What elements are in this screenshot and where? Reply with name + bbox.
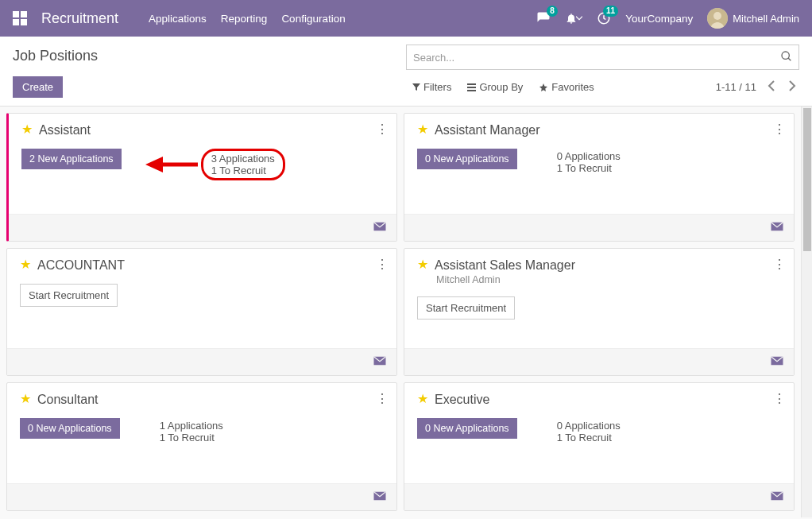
card-head: ★ ACCOUNTANT xyxy=(20,258,384,273)
card-footer xyxy=(404,214,794,241)
card-row: 2 New Applications3 Applications1 To Rec… xyxy=(21,149,384,180)
mail-icon[interactable] xyxy=(770,490,784,504)
pager: 1-11 / 11 xyxy=(716,77,799,97)
card-row: Start Recruitment xyxy=(417,296,781,320)
create-button[interactable]: Create xyxy=(13,76,63,98)
search-wrap xyxy=(406,45,799,70)
filters-button[interactable]: Filters xyxy=(406,78,458,96)
scrollbar-thumb[interactable] xyxy=(803,108,811,251)
search-input[interactable] xyxy=(406,45,799,70)
job-card[interactable]: ⋮★ Assistant Sales ManagerMitchell Admin… xyxy=(404,248,795,377)
nav-menu-configuration[interactable]: Configuration xyxy=(281,13,345,25)
svg-line-8 xyxy=(788,58,791,60)
card-head: ★ Consultant xyxy=(20,393,384,407)
start-recruitment-button[interactable]: Start Recruitment xyxy=(417,296,515,320)
avatar xyxy=(707,8,728,29)
card-menu-icon[interactable]: ⋮ xyxy=(773,391,786,406)
card-body: ★ Executive0 New Applications0 Applicati… xyxy=(404,383,794,483)
pager-next[interactable] xyxy=(786,77,799,97)
card-menu-icon[interactable]: ⋮ xyxy=(773,122,786,137)
svg-point-6 xyxy=(713,12,721,20)
card-footer xyxy=(7,483,396,510)
activities-icon[interactable]: 11 xyxy=(597,11,611,25)
favorite-star-icon[interactable]: ★ xyxy=(417,123,428,136)
favorites-button[interactable]: Favorites xyxy=(532,78,600,96)
card-body: ★ ACCOUNTANTStart Recruitment xyxy=(7,249,396,349)
filter-icon xyxy=(412,83,420,91)
card-head: ★ Assistant xyxy=(21,123,384,137)
star-icon xyxy=(539,83,548,92)
card-body: ★ Assistant Sales ManagerMitchell AdminS… xyxy=(404,249,794,349)
card-menu-icon[interactable]: ⋮ xyxy=(773,257,786,272)
mail-icon[interactable] xyxy=(373,355,387,369)
card-menu-icon[interactable]: ⋮ xyxy=(376,257,389,272)
new-applications-button[interactable]: 0 New Applications xyxy=(20,418,120,439)
app-brand[interactable]: Recruitment xyxy=(41,10,118,27)
card-body: ★ Consultant0 New Applications1 Applicat… xyxy=(7,383,396,483)
card-title: Executive xyxy=(435,393,489,407)
card-footer xyxy=(7,348,396,375)
favorite-star-icon[interactable]: ★ xyxy=(20,258,31,271)
svg-rect-9 xyxy=(467,83,476,85)
stat-to-recruit: 1 To Recruit xyxy=(211,165,275,176)
groupby-label: Group By xyxy=(479,81,523,93)
nav-right: 8 11 YourCompany Mitchell Admin xyxy=(536,8,799,29)
nav-menu-reporting[interactable]: Reporting xyxy=(221,13,268,25)
new-applications-button[interactable]: 0 New Applications xyxy=(417,149,517,169)
chat-icon[interactable]: 8 xyxy=(536,11,551,25)
svg-rect-10 xyxy=(467,87,476,88)
stat-applications: 0 Applications xyxy=(557,420,621,432)
stat-to-recruit: 1 To Recruit xyxy=(557,432,621,443)
stat-applications: 1 Applications xyxy=(160,420,223,432)
card-title: ACCOUNTANT xyxy=(37,258,125,273)
card-body: ★ Assistant2 New Applications3 Applicati… xyxy=(9,114,396,214)
kanban-view: ⋮★ Assistant2 New Applications3 Applicat… xyxy=(0,107,801,517)
card-head: ★ Assistant Manager xyxy=(417,123,781,137)
favorite-star-icon[interactable]: ★ xyxy=(21,123,33,136)
filters-label: Filters xyxy=(423,81,451,93)
card-title: Assistant Manager xyxy=(435,123,540,137)
job-card[interactable]: ⋮★ ACCOUNTANTStart Recruitment xyxy=(6,248,397,377)
favorites-label: Favorites xyxy=(551,81,594,93)
job-card[interactable]: ⋮★ Assistant2 New Applications3 Applicat… xyxy=(6,113,397,242)
card-title: Assistant Sales Manager xyxy=(435,258,575,273)
svg-rect-0 xyxy=(13,11,19,17)
nav-left: Recruitment Applications Reporting Confi… xyxy=(13,10,346,27)
apps-icon[interactable] xyxy=(13,11,27,25)
job-card[interactable]: ⋮★ Assistant Manager0 New Applications0 … xyxy=(404,113,795,242)
job-card[interactable]: ⋮★ Executive0 New Applications0 Applicat… xyxy=(404,382,795,511)
nav-menu-applications[interactable]: Applications xyxy=(149,13,207,25)
page-title: Job Positions xyxy=(13,45,406,70)
scrollbar[interactable] xyxy=(801,107,812,517)
stat-applications: 3 Applications xyxy=(211,153,275,165)
stat-to-recruit: 1 To Recruit xyxy=(557,162,621,174)
company-switcher[interactable]: YourCompany xyxy=(625,13,693,25)
new-applications-button[interactable]: 0 New Applications xyxy=(417,418,517,439)
mail-icon[interactable] xyxy=(770,221,784,234)
start-recruitment-button[interactable]: Start Recruitment xyxy=(20,284,118,307)
favorite-star-icon[interactable]: ★ xyxy=(417,393,428,405)
mail-icon[interactable] xyxy=(373,221,387,234)
card-row: 0 New Applications1 Applications1 To Rec… xyxy=(20,418,384,445)
control-panel: Job Positions Create Filters Group By Fa… xyxy=(0,37,812,107)
pager-prev[interactable] xyxy=(764,77,778,97)
job-card[interactable]: ⋮★ Consultant0 New Applications1 Applica… xyxy=(6,382,397,511)
applications-stats: 0 Applications1 To Recruit xyxy=(549,149,628,176)
search-icon[interactable] xyxy=(780,50,793,65)
list-icon xyxy=(467,83,476,91)
mail-icon[interactable] xyxy=(373,490,387,504)
user-menu[interactable]: Mitchell Admin xyxy=(707,8,799,29)
card-menu-icon[interactable]: ⋮ xyxy=(376,391,389,406)
card-row: 0 New Applications0 Applications1 To Rec… xyxy=(417,418,781,445)
card-footer xyxy=(9,214,396,241)
mail-icon[interactable] xyxy=(770,355,784,369)
user-name: Mitchell Admin xyxy=(733,13,799,25)
applications-stats: 0 Applications1 To Recruit xyxy=(549,418,628,445)
new-applications-button[interactable]: 2 New Applications xyxy=(21,149,122,169)
favorite-star-icon[interactable]: ★ xyxy=(417,258,428,271)
bell-icon[interactable] xyxy=(565,12,582,25)
groupby-button[interactable]: Group By xyxy=(461,78,529,96)
favorite-star-icon[interactable]: ★ xyxy=(20,393,31,405)
card-title: Assistant xyxy=(39,123,91,137)
card-footer xyxy=(404,483,794,510)
